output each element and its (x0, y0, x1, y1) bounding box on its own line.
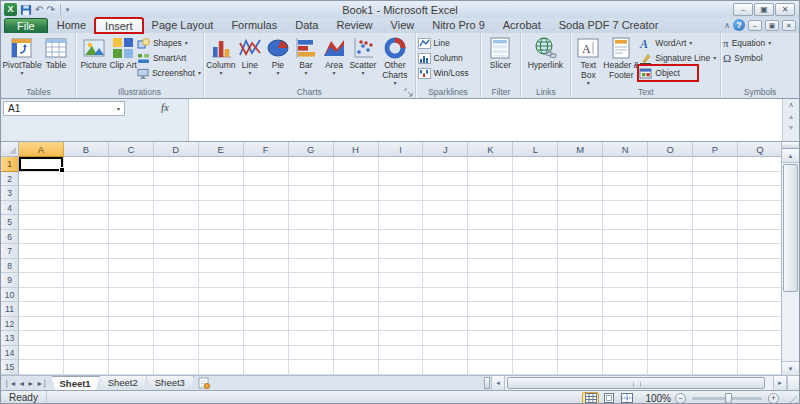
name-box-dropdown-icon[interactable]: ▾ (117, 105, 120, 112)
cell-L4[interactable] (513, 201, 558, 216)
cell-C2[interactable] (109, 172, 154, 187)
cell-A1[interactable] (19, 157, 64, 172)
cell-B13[interactable] (64, 331, 109, 346)
cell-O2[interactable] (648, 172, 693, 187)
cell-E10[interactable] (199, 288, 244, 303)
cell-E14[interactable] (199, 346, 244, 361)
cell-O9[interactable] (648, 273, 693, 288)
cell-J15[interactable] (423, 360, 468, 375)
cell-A3[interactable] (19, 186, 64, 201)
zoom-level[interactable]: 100% (643, 393, 671, 404)
cell-G11[interactable] (289, 302, 334, 317)
cell-K9[interactable] (468, 273, 513, 288)
cell-Q7[interactable] (738, 244, 783, 259)
cell-C13[interactable] (109, 331, 154, 346)
cell-N8[interactable] (603, 259, 648, 274)
last-sheet-icon[interactable]: ►│ (36, 380, 47, 387)
column-header-Q[interactable]: Q (738, 142, 783, 157)
column-header-G[interactable]: G (289, 142, 334, 157)
cell-N14[interactable] (603, 346, 648, 361)
screenshot-button[interactable]: Screenshot ▾ (137, 66, 201, 80)
collapse-formula-bar-icon[interactable]: ∧ (788, 101, 793, 109)
cell-A14[interactable] (19, 346, 64, 361)
cell-B11[interactable] (64, 302, 109, 317)
cell-D2[interactable] (154, 172, 199, 187)
cell-N7[interactable] (603, 244, 648, 259)
cell-P13[interactable] (693, 331, 738, 346)
cell-B4[interactable] (64, 201, 109, 216)
row-header-14[interactable]: 14 (1, 346, 19, 361)
cell-K2[interactable] (468, 172, 513, 187)
column-header-J[interactable]: J (423, 142, 468, 157)
cell-L3[interactable] (513, 186, 558, 201)
column-header-M[interactable]: M (558, 142, 603, 157)
cell-F7[interactable] (244, 244, 289, 259)
clip-art-button[interactable]: Clip Art (109, 34, 137, 86)
cell-Q5[interactable] (738, 215, 783, 230)
sparkline-line-button[interactable]: Line (418, 36, 469, 50)
cell-Q12[interactable] (738, 317, 783, 332)
cell-M5[interactable] (558, 215, 603, 230)
workbook-minimize-button[interactable]: – (748, 20, 762, 31)
cell-C12[interactable] (109, 317, 154, 332)
cell-F15[interactable] (244, 360, 289, 375)
cell-E3[interactable] (199, 186, 244, 201)
cell-B10[interactable] (64, 288, 109, 303)
sheet-tab-sheet1[interactable]: Sheet1 (52, 376, 100, 390)
cell-J14[interactable] (423, 346, 468, 361)
cell-J1[interactable] (423, 157, 468, 172)
formula-scroll-up-icon[interactable]: ▲ (788, 113, 795, 120)
tab-file[interactable]: File (4, 18, 48, 33)
cell-B8[interactable] (64, 259, 109, 274)
cell-L7[interactable] (513, 244, 558, 259)
cell-F6[interactable] (244, 230, 289, 245)
vertical-scrollbar[interactable]: ▲ ▼ (781, 142, 799, 375)
cell-M14[interactable] (558, 346, 603, 361)
cell-K5[interactable] (468, 215, 513, 230)
signature-line-button[interactable]: Signature Line ▾ (639, 51, 717, 65)
workbook-restore-button[interactable]: ▣ (765, 20, 779, 31)
cell-B12[interactable] (64, 317, 109, 332)
cell-M6[interactable] (558, 230, 603, 245)
other-charts-button[interactable]: Other Charts ▾ (378, 34, 412, 86)
cell-A8[interactable] (19, 259, 64, 274)
cell-I15[interactable] (379, 360, 424, 375)
scroll-right-icon[interactable]: ► (773, 376, 787, 390)
column-header-A[interactable]: A (19, 142, 64, 157)
row-header-15[interactable]: 15 (1, 360, 19, 375)
column-header-O[interactable]: O (648, 142, 693, 157)
row-header-5[interactable]: 5 (1, 215, 19, 230)
cell-C3[interactable] (109, 186, 154, 201)
cell-N15[interactable] (603, 360, 648, 375)
cell-P11[interactable] (693, 302, 738, 317)
cell-J10[interactable] (423, 288, 468, 303)
cell-M12[interactable] (558, 317, 603, 332)
cell-C9[interactable] (109, 273, 154, 288)
cell-G15[interactable] (289, 360, 334, 375)
cell-A9[interactable] (19, 273, 64, 288)
cell-C10[interactable] (109, 288, 154, 303)
cell-D8[interactable] (154, 259, 199, 274)
cell-F12[interactable] (244, 317, 289, 332)
row-header-9[interactable]: 9 (1, 273, 19, 288)
cell-I14[interactable] (379, 346, 424, 361)
cell-G7[interactable] (289, 244, 334, 259)
cell-B5[interactable] (64, 215, 109, 230)
cell-G1[interactable] (289, 157, 334, 172)
cell-I7[interactable] (379, 244, 424, 259)
cell-F2[interactable] (244, 172, 289, 187)
horizontal-scroll-thumb[interactable] (507, 377, 765, 389)
cell-K4[interactable] (468, 201, 513, 216)
row-header-1[interactable]: 1 (1, 157, 19, 172)
cell-P1[interactable] (693, 157, 738, 172)
cell-O10[interactable] (648, 288, 693, 303)
cell-N4[interactable] (603, 201, 648, 216)
cell-E9[interactable] (199, 273, 244, 288)
column-header-L[interactable]: L (513, 142, 558, 157)
cell-E1[interactable] (199, 157, 244, 172)
tab-soda-pdf-7-creator[interactable]: Soda PDF 7 Creator (550, 18, 668, 33)
row-header-12[interactable]: 12 (1, 317, 19, 332)
column-header-E[interactable]: E (199, 142, 244, 157)
cell-Q15[interactable] (738, 360, 783, 375)
column-header-I[interactable]: I (379, 142, 424, 157)
